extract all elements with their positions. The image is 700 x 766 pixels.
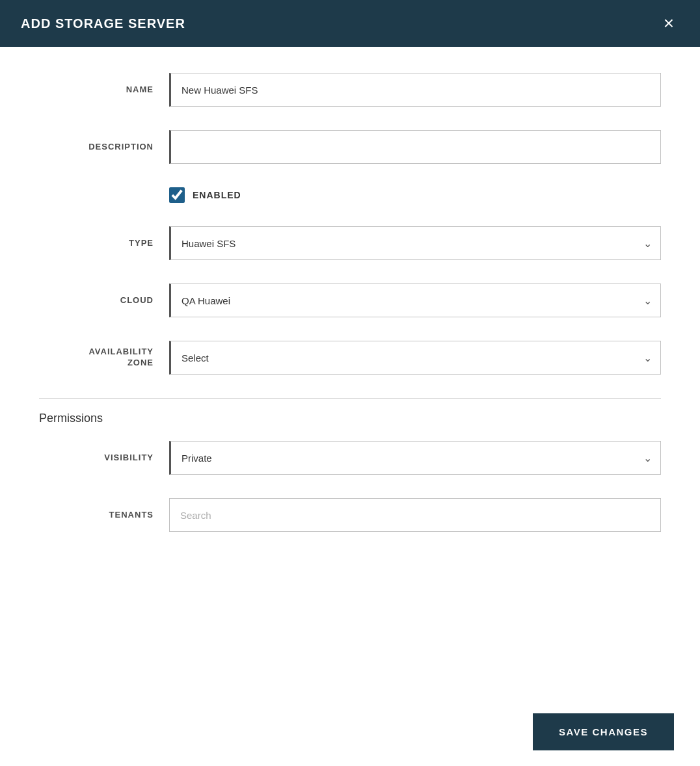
enabled-checkbox-wrapper[interactable]: ENABLED [169,187,241,203]
description-label: DESCRIPTION [39,141,169,153]
visibility-label: VISIBILITY [39,452,169,464]
cloud-label: CLOUD [39,295,169,306]
visibility-select-wrapper: Private Public Group ⌄ [169,441,661,475]
description-row: DESCRIPTION [39,130,661,164]
tenants-label: TENANTS [39,509,169,521]
modal-container: ADD STORAGE SERVER × NAME DESCRIPTION EN… [0,0,700,766]
type-select[interactable]: Huawei SFS AWS S3 Azure Blob GCP Storage [169,226,661,260]
name-label: NAME [39,84,169,96]
cloud-select-wrapper: QA Huawei Production Huawei Dev Huawei ⌄ [169,284,661,317]
name-row: NAME [39,73,661,107]
enabled-row: ENABLED [39,187,661,203]
modal-body: NAME DESCRIPTION ENABLED TYPE Huawei SFS… [0,47,700,698]
modal-title: ADD STORAGE SERVER [21,16,185,31]
permissions-section: Permissions VISIBILITY Private Public Gr… [39,398,661,532]
visibility-select[interactable]: Private Public Group [169,441,661,475]
save-changes-button[interactable]: SAVE CHANGES [533,713,674,750]
availability-zone-label: AVAILABILITY ZONE [39,347,169,369]
availability-zone-select-wrapper: Select Zone 1 Zone 2 Zone 3 ⌄ [169,341,661,375]
modal-footer: SAVE CHANGES [0,698,700,766]
tenants-input[interactable] [169,498,661,532]
modal-header: ADD STORAGE SERVER × [0,0,700,47]
cloud-select[interactable]: QA Huawei Production Huawei Dev Huawei [169,284,661,317]
enabled-checkbox[interactable] [169,187,185,203]
availability-zone-row: AVAILABILITY ZONE Select Zone 1 Zone 2 Z… [39,341,661,375]
cloud-row: CLOUD QA Huawei Production Huawei Dev Hu… [39,284,661,317]
close-button[interactable]: × [658,12,679,35]
type-label: TYPE [39,237,169,249]
enabled-label: ENABLED [193,190,241,200]
availability-zone-select[interactable]: Select Zone 1 Zone 2 Zone 3 [169,341,661,375]
tenants-row: TENANTS [39,498,661,532]
permissions-title: Permissions [39,412,661,425]
visibility-row: VISIBILITY Private Public Group ⌄ [39,441,661,475]
type-row: TYPE Huawei SFS AWS S3 Azure Blob GCP St… [39,226,661,260]
description-input[interactable] [169,130,661,164]
name-input[interactable] [169,73,661,107]
type-select-wrapper: Huawei SFS AWS S3 Azure Blob GCP Storage… [169,226,661,260]
